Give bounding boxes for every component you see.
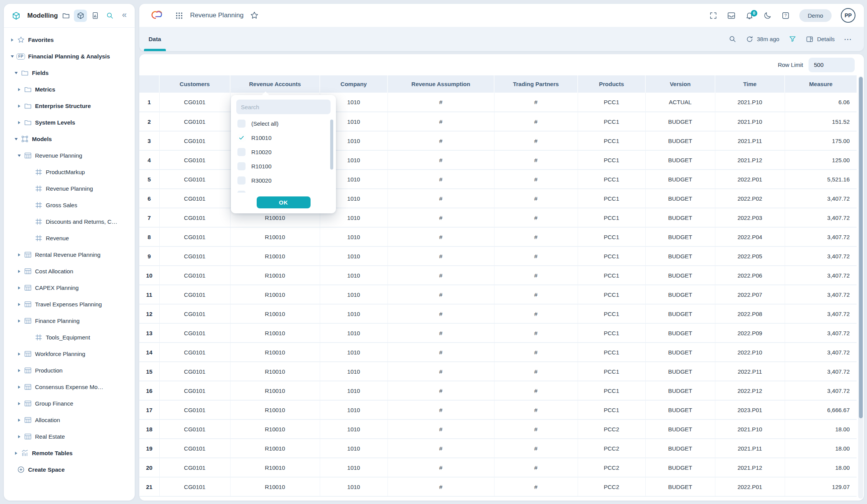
- chevron-right-icon[interactable]: [16, 270, 22, 273]
- chevron-right-icon[interactable]: [16, 88, 22, 91]
- data-cell: 6,666.67: [785, 400, 857, 419]
- refresh-group[interactable]: 38m ago: [746, 35, 779, 43]
- checkbox-icon[interactable]: [237, 120, 246, 128]
- filter-option[interactable]: [231, 188, 336, 193]
- chevron-down-icon[interactable]: [16, 155, 22, 157]
- filter-search-input[interactable]: [236, 100, 331, 114]
- sidebar-item-capex-planning[interactable]: CAPEX Planning: [8, 279, 135, 296]
- inbox-icon[interactable]: [727, 11, 736, 20]
- tab-data[interactable]: Data: [139, 27, 170, 51]
- chevron-right-icon[interactable]: [16, 121, 22, 124]
- data-cell: CG0101: [159, 323, 230, 343]
- collapse-icon-button[interactable]: «: [118, 10, 131, 22]
- chevron-right-icon[interactable]: [16, 105, 22, 108]
- sidebar-item-group-finance[interactable]: Group Finance: [8, 395, 135, 412]
- sidebar-item-discounts-and-returns-c[interactable]: Discounts and Returns, C…: [8, 213, 135, 230]
- more-icon[interactable]: ⋯: [844, 35, 852, 44]
- checkbox-icon[interactable]: [237, 191, 246, 193]
- column-header-measure[interactable]: Measure: [785, 75, 857, 93]
- chevron-right-icon[interactable]: [16, 353, 22, 356]
- chevron-right-icon[interactable]: [16, 386, 22, 389]
- help-icon[interactable]: ?: [781, 11, 790, 20]
- chevron-right-icon[interactable]: [16, 402, 22, 405]
- chevron-right-icon[interactable]: [13, 452, 19, 455]
- chevron-right-icon[interactable]: [16, 435, 22, 438]
- search-icon-button[interactable]: [103, 10, 116, 22]
- modeler-cube-icon-button[interactable]: [74, 10, 87, 22]
- sidebar-item-enterprise-structure[interactable]: Enterprise Structure: [8, 98, 135, 114]
- sidebar-item-revenue[interactable]: Revenue: [8, 230, 135, 246]
- table-scrollbar-thumb[interactable]: [859, 77, 863, 418]
- filter-option-r10020[interactable]: R10020: [231, 145, 336, 159]
- column-header-revenue-accounts[interactable]: Revenue Accounts: [230, 75, 320, 93]
- sidebar-item-finance-planning[interactable]: Finance Planning: [8, 313, 135, 329]
- filter-option-r30020[interactable]: R30020: [231, 173, 336, 188]
- chevron-right-icon[interactable]: [16, 419, 22, 422]
- filter-option-r10010[interactable]: R10010: [231, 131, 336, 145]
- refresh-icon[interactable]: [746, 35, 753, 43]
- filter-option-r10100[interactable]: R10100: [231, 159, 336, 173]
- sidebar-item-favorites[interactable]: Favorites: [8, 32, 135, 48]
- sidebar-item-cost-allocation[interactable]: Cost Allocation: [8, 263, 135, 279]
- data-cell: 2022.P05: [715, 246, 785, 266]
- sidebar-item-models[interactable]: Models: [8, 131, 135, 147]
- column-header-trading-partners[interactable]: Trading Partners: [494, 75, 578, 93]
- sidebar-item-gross-sales[interactable]: Gross Sales: [8, 197, 135, 213]
- row-limit-input[interactable]: [809, 58, 855, 72]
- dark-mode-icon[interactable]: [763, 11, 772, 20]
- chevron-right-icon[interactable]: [16, 369, 22, 372]
- sidebar-item-allocation[interactable]: Allocation: [8, 412, 135, 428]
- column-header-company[interactable]: Company: [320, 75, 388, 93]
- avatar[interactable]: PP: [841, 8, 855, 23]
- sidebar-item-tools-equipment[interactable]: Tools_Equipment: [8, 329, 135, 346]
- fullscreen-icon[interactable]: [709, 11, 718, 20]
- sidebar-item-rental-revenue-planning[interactable]: Rental Revenue Planning: [8, 246, 135, 263]
- table-vertical-scrollbar[interactable]: [858, 76, 863, 499]
- data-cell: PCC1: [578, 227, 645, 246]
- sidebar-item-revenue-planning[interactable]: Revenue Planning: [8, 180, 135, 197]
- data-cell: BUDGET: [645, 266, 715, 285]
- notifications-icon[interactable]: 0: [745, 11, 754, 20]
- sidebar-item-remote-tables[interactable]: Remote Tables: [8, 445, 135, 461]
- folder-icon-button[interactable]: [59, 10, 72, 22]
- column-header-customers[interactable]: Customers: [159, 75, 230, 93]
- sidebar-item-consensus-expense-mo[interactable]: Consensus Expense Mo…: [8, 379, 135, 395]
- chevron-down-icon[interactable]: [9, 55, 15, 58]
- apps-grid-icon[interactable]: [175, 11, 183, 20]
- sidebar-item-production[interactable]: Production: [8, 362, 135, 379]
- search-icon[interactable]: [728, 35, 737, 43]
- sidebar-item-travel-expenses-planning[interactable]: Travel Expenses Planning: [8, 296, 135, 313]
- details-toggle[interactable]: Details: [806, 35, 835, 43]
- chevron-right-icon[interactable]: [16, 286, 22, 289]
- chevron-right-icon[interactable]: [16, 253, 22, 256]
- sidebar-item-metrics[interactable]: Metrics: [8, 81, 135, 98]
- sidebar-item-create-space[interactable]: Create Space: [8, 461, 135, 478]
- filter-ok-button[interactable]: OK: [257, 196, 311, 208]
- checkbox-checked-icon[interactable]: [237, 134, 246, 142]
- popover-scrollbar-thumb[interactable]: [330, 120, 333, 170]
- sidebar-item-fields[interactable]: Fields: [8, 65, 135, 81]
- chevron-right-icon[interactable]: [16, 303, 22, 306]
- checkbox-icon[interactable]: [237, 162, 246, 170]
- sidebar-item-real-estate[interactable]: Real Estate: [8, 428, 135, 445]
- row-number-cell: 7: [139, 208, 159, 227]
- sidebar-item-financial-planning-analysis[interactable]: FPFinancial Planning & Analysis: [8, 48, 135, 65]
- chevron-right-icon[interactable]: [9, 38, 15, 42]
- chevron-right-icon[interactable]: [16, 319, 22, 323]
- column-header-products[interactable]: Products: [578, 75, 645, 93]
- column-header-version[interactable]: Version: [645, 75, 715, 93]
- favorite-star-icon[interactable]: [250, 11, 259, 20]
- checkbox-icon[interactable]: [237, 148, 246, 156]
- filter-option-select-all[interactable]: (Select all): [231, 116, 336, 131]
- sidebar-item-system-levels[interactable]: System Levels: [8, 114, 135, 131]
- sidebar-item-productmarkup[interactable]: ProductMarkup: [8, 164, 135, 180]
- checkbox-icon[interactable]: [237, 176, 246, 185]
- column-header-revenue-assumption[interactable]: Revenue Assumption: [388, 75, 494, 93]
- chevron-down-icon[interactable]: [13, 138, 19, 140]
- filter-icon[interactable]: [788, 35, 797, 43]
- report-icon-button[interactable]: [89, 10, 102, 22]
- chevron-down-icon[interactable]: [13, 72, 19, 74]
- sidebar-item-revenue-planning[interactable]: Revenue Planning: [8, 147, 135, 164]
- column-header-time[interactable]: Time: [715, 75, 785, 93]
- sidebar-item-workforce-planning[interactable]: Workforce Planning: [8, 346, 135, 362]
